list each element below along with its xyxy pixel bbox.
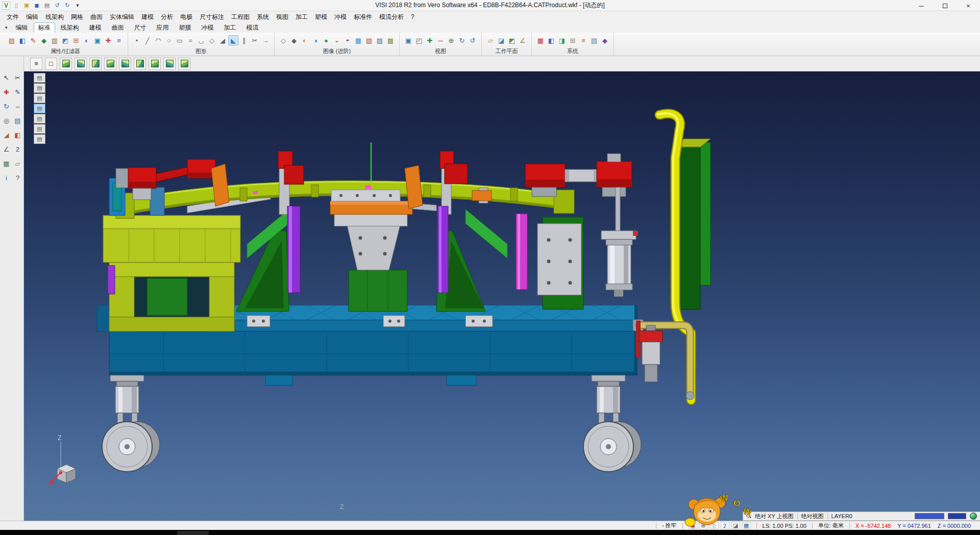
selection-mask-icon[interactable]: ⊞ [71,35,81,45]
pin-label[interactable]: 拴牢 [666,522,677,529]
toolbar-tab[interactable]: 标准 [34,22,55,33]
sheet-icon[interactable]: ▯ [710,522,719,529]
filter-settings-icon[interactable]: ≡ [114,35,124,45]
arc-icon[interactable]: ◠ [153,35,163,45]
zoom-icon[interactable]: ◎ [2,115,12,126]
previous-view-icon[interactable]: ↺ [468,35,478,45]
ellipse-icon[interactable]: ◇ [207,35,217,45]
pan-icon[interactable]: ⊕ [446,35,456,45]
zoom-window-icon[interactable]: ◰ [414,35,424,45]
menu-item[interactable]: 塑模 [311,11,331,23]
new-file-icon[interactable]: ▯ [12,1,21,10]
snapshot-icon[interactable]: ◨ [557,35,567,45]
minimize-button[interactable]: ─ [910,0,933,11]
paint-icon[interactable]: ◧ [13,130,23,140]
select-icon[interactable]: ↖ [2,72,12,83]
toolbar-tab[interactable]: 模流 [242,22,263,33]
view-back-icon[interactable] [104,58,116,70]
circle-icon[interactable]: ○ [164,35,174,45]
texture-icon[interactable]: ▩ [385,35,396,45]
active-layer-label[interactable]: LAYER0 [831,513,852,519]
layer-manager-icon[interactable]: ▤ [589,35,599,45]
view-right-icon[interactable] [134,58,146,70]
line-icon[interactable]: ╱ [142,35,153,45]
view-trimetric-icon[interactable] [178,58,190,70]
menu-item[interactable]: 模流分析 [376,11,407,23]
shaded-icon[interactable]: ◐ [300,35,310,45]
hidden-line-icon[interactable]: ◆ [289,35,299,45]
save-icon[interactable]: ◼ [32,1,41,10]
menu-item[interactable]: 加工 [292,11,311,23]
world-icon[interactable] [970,513,977,520]
zebra-analysis-icon[interactable]: ▦ [353,35,363,45]
rectangle-icon[interactable]: ▭ [175,35,185,45]
rotate-view-icon[interactable]: ↻ [457,35,467,45]
menu-item[interactable]: 电极 [177,11,196,23]
workplane-3points-icon[interactable]: ◩ [507,35,517,45]
help-icon[interactable]: ? [13,173,23,183]
pane-preset-6[interactable]: ▤ [34,124,45,134]
workplane-align-icon[interactable]: ◪ [496,35,506,45]
pane-preset-2[interactable]: ▤ [34,83,45,93]
macro-icon[interactable]: ≡ [578,35,589,45]
toolbar-tab[interactable]: 塑膜 [175,22,196,33]
fillet-icon[interactable]: ◣ [228,35,238,45]
view-top-icon[interactable] [75,58,87,70]
toolbar-tab[interactable]: 线架构 [56,22,84,33]
system-settings-icon[interactable]: ⊞ [568,35,578,45]
snap-mode-icon[interactable]: ▣ [689,522,697,529]
zoom-fit-icon[interactable]: ▣ [403,35,413,45]
menu-item[interactable]: 编辑 [22,11,42,23]
profile-2-icon[interactable]: 2 [721,522,729,529]
menu-item[interactable]: 实体编辑 [106,11,138,23]
extend-icon[interactable]: → [260,35,271,45]
toolbar-tab[interactable]: 尺寸 [130,22,151,33]
view-left-icon[interactable] [119,58,131,70]
menu-item[interactable]: 分析 [157,11,177,23]
trim-icon[interactable]: ✂ [250,35,260,45]
menu-item[interactable]: 工程图 [228,11,253,23]
attribute-brush-icon[interactable]: ▥ [50,35,60,45]
quick-select-icon[interactable]: ✚ [103,35,113,45]
view-iso-icon[interactable] [60,58,72,70]
customize-quick-access-icon[interactable]: ▾ [73,1,82,10]
grid-toggle-icon[interactable]: ▦ [2,158,12,168]
restore-button[interactable] [933,0,957,11]
screen-layout-icon[interactable]: ◧ [546,35,556,45]
workplane-normal-icon[interactable]: ∠ [518,35,528,45]
color-filter-icon[interactable]: ◧ [17,35,28,45]
view-bottom-icon[interactable] [149,58,161,70]
spline-icon[interactable]: ◡ [196,35,206,45]
pane-preset-7[interactable]: ▤ [34,134,45,144]
polyline-icon[interactable]: ≈ [185,35,195,45]
properties-panel-icon[interactable]: ▣ [92,35,103,45]
menu-item[interactable]: 曲面 [87,11,106,23]
ortho-mode-icon[interactable]: ⊞ [699,522,708,529]
curvature-analysis-icon[interactable]: ▨ [375,35,385,45]
open-file-icon[interactable]: ▣ [22,1,31,10]
sketch-icon[interactable]: ✎ [13,87,23,97]
info-icon[interactable]: i [2,173,12,183]
cut-icon[interactable]: ✂ [13,72,23,83]
highlight-filter-icon[interactable]: ◐ [82,35,92,45]
menu-item[interactable]: 网格 [67,11,87,23]
table-icon[interactable]: ▦ [742,522,751,529]
measure-icon[interactable]: ∠ [2,144,12,154]
menu-item[interactable]: 线架构 [42,11,67,23]
toolbar-tab[interactable]: 曲面 [107,22,129,33]
snap-point-icon[interactable]: ✚ [2,87,12,97]
print-icon[interactable]: ▤ [42,1,52,10]
toolbar-tab[interactable]: 编辑 [11,22,33,33]
pane-preset-4[interactable]: ▤ [34,104,45,113]
view-plane-icon[interactable]: □ [45,58,57,70]
menu-item[interactable]: 系统 [253,11,273,23]
wireframe-icon[interactable]: ◇ [278,35,288,45]
view-2d-icon[interactable]: 2 [13,144,23,154]
zoom-out-icon[interactable]: ─ [435,35,446,45]
redo-icon[interactable]: ↻ [63,1,72,10]
undo-icon[interactable]: ↺ [53,1,62,10]
menu-item[interactable]: 标准件 [350,11,376,23]
visibility-filter-icon[interactable]: ◩ [60,35,70,45]
view-mode-label[interactable]: 绝对 XY 上视图 [755,513,794,520]
menu-item[interactable]: 冲模 [331,11,350,23]
